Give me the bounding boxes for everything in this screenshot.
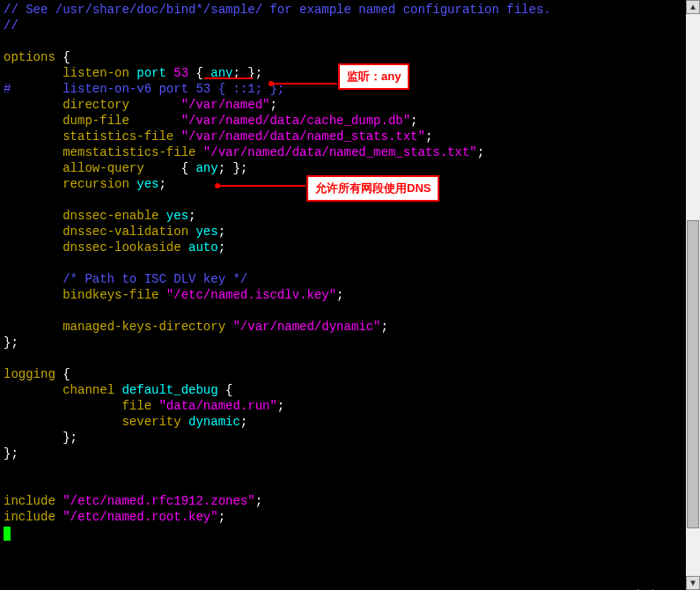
annotation-box-2: 允许所有网段使用DNS [306, 175, 439, 202]
code-token [4, 225, 63, 239]
code-token: port [136, 66, 173, 80]
scrollbar-thumb[interactable] [687, 220, 699, 528]
code-line: // [4, 18, 696, 33]
code-token: logging [4, 367, 63, 381]
code-line [4, 477, 696, 493]
code-token: /* Path to ISC DLV key */ [4, 272, 247, 286]
code-token: directory [63, 98, 181, 112]
code-line: }; [4, 430, 696, 446]
code-token: ; [380, 320, 387, 334]
code-line: bindkeys-file "/etc/named.iscdlv.key"; [4, 287, 696, 303]
code-token: ; [188, 209, 195, 223]
code-line: directory "/var/named"; [4, 97, 696, 113]
code-token: { [63, 367, 70, 381]
code-token: ; [158, 177, 166, 191]
code-token: any [195, 161, 217, 175]
code-token: dynamic [188, 415, 240, 429]
code-token: }; [4, 446, 18, 461]
scrollbar-arrow-up-icon[interactable]: ▲ [686, 0, 700, 14]
code-token: "/var/named/data/cache_dump.db" [181, 114, 410, 128]
code-token: ; [218, 510, 225, 524]
code-line: severity dynamic; [4, 414, 696, 430]
code-token [4, 161, 63, 175]
code-line: }; [4, 335, 696, 350]
vim-status-bar: "/etc/named.conf" 40L, 950C 40,0-1 底端 [0, 574, 686, 590]
code-token: ; [218, 240, 225, 254]
code-token: include [4, 494, 63, 508]
code-token: "/etc/named.iscdlv.key" [166, 288, 336, 302]
code-line: dump-file "/var/named/data/cache_dump.db… [4, 113, 696, 129]
code-token: }; [4, 336, 18, 350]
code-token: ; [425, 129, 432, 144]
code-token: }; [4, 431, 77, 445]
code-token: memstatistics-file [63, 145, 203, 159]
code-token [4, 66, 63, 80]
code-token [4, 320, 63, 334]
code-line [4, 303, 696, 319]
code-token [4, 145, 63, 159]
code-line: /* Path to ISC DLV key */ [4, 271, 696, 287]
code-line: statistics-file "/var/named/data/named_s… [4, 129, 696, 144]
code-token: "/var/named/data/named_mem_stats.txt" [203, 145, 477, 159]
code-token: dump-file [63, 114, 181, 128]
code-token: "/etc/named.root.key" [63, 510, 217, 524]
code-token: # listen-on-v6 port 53 { ::1; }; [4, 82, 284, 96]
code-line: dnssec-enable yes; [4, 208, 696, 224]
code-token: ; }; [218, 161, 248, 175]
code-token [4, 240, 63, 254]
code-token: ; [255, 494, 262, 508]
code-token: ; [277, 399, 284, 413]
code-token: channel [63, 383, 122, 397]
code-token: auto [188, 240, 218, 254]
code-token [4, 177, 63, 191]
annotation-line-2 [217, 185, 306, 187]
cursor [4, 527, 11, 541]
code-line: logging { [4, 366, 696, 382]
scrollbar-arrow-down-icon[interactable]: ▼ [686, 576, 700, 590]
code-token [4, 383, 63, 397]
code-token: dnssec-validation [63, 225, 195, 239]
code-line: file "data/named.run"; [4, 398, 696, 414]
code-token: listen-on [63, 66, 136, 80]
code-line: dnssec-lookaside auto; [4, 240, 696, 255]
code-token: ; [336, 288, 343, 302]
code-line [4, 461, 696, 477]
code-token: dnssec-enable [63, 209, 166, 223]
code-token: include [4, 510, 63, 524]
code-token: { [225, 383, 232, 397]
code-token: recursion [63, 177, 136, 191]
code-line: allow-query { any; }; [4, 160, 696, 176]
code-token: "/var/named/data/named_stats.txt" [181, 129, 425, 144]
code-line: memstatistics-file "/var/named/data/name… [4, 144, 696, 160]
code-token: ; [218, 225, 225, 239]
code-token: file [122, 399, 158, 413]
code-token: managed-keys-directory [63, 320, 232, 334]
annotation-box-1: 监听：any [338, 63, 409, 90]
annotation-underline-1 [204, 63, 253, 79]
code-line: // See /usr/share/doc/bind*/sample/ for … [4, 2, 696, 18]
code-line: channel default_debug { [4, 382, 696, 398]
code-token: ; [240, 415, 247, 429]
code-token: statistics-file [63, 129, 181, 144]
cursor-line [4, 525, 696, 541]
code-token: yes [195, 225, 217, 239]
code-token: "/etc/named.rfc1912.zones" [63, 494, 254, 508]
code-line: dnssec-validation yes; [4, 224, 696, 240]
code-line: include "/etc/named.root.key"; [4, 509, 696, 525]
vertical-scrollbar[interactable]: ▲ ▼ [686, 0, 700, 590]
code-line [4, 350, 696, 366]
code-line: include "/etc/named.rfc1912.zones"; [4, 493, 696, 509]
code-token: allow-query [63, 161, 181, 175]
code-token [4, 288, 63, 302]
code-token: bindkeys-file [63, 288, 166, 302]
code-token [4, 114, 63, 128]
code-token: { [181, 161, 196, 175]
code-token [4, 399, 122, 413]
code-token: "/var/named" [181, 98, 270, 112]
code-token: ; [410, 114, 417, 128]
code-line: }; [4, 446, 696, 461]
code-token [4, 209, 63, 223]
code-token: "data/named.run" [158, 399, 276, 413]
code-token: yes [166, 209, 188, 223]
code-token: 53 [173, 66, 195, 80]
